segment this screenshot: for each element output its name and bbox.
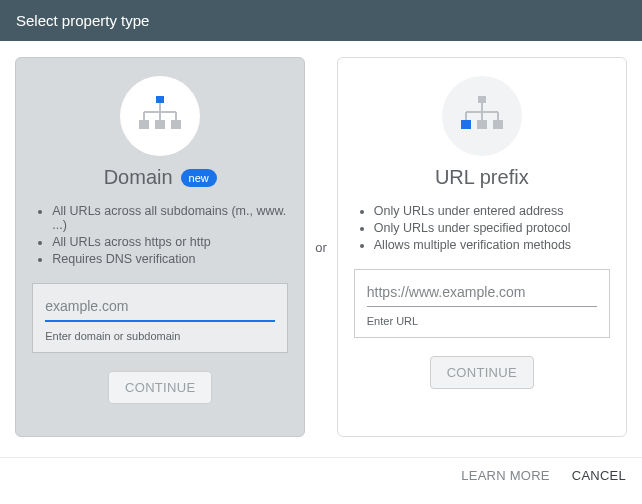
url-feature-list: Only URLs under entered address Only URL… — [354, 201, 610, 255]
url-prefix-card[interactable]: URL prefix Only URLs under entered addre… — [337, 57, 627, 437]
domain-input[interactable] — [45, 294, 275, 322]
sitemap-icon — [136, 94, 184, 138]
url-input[interactable] — [367, 280, 597, 307]
list-item: All URLs across https or http — [52, 235, 288, 249]
url-title-row: URL prefix — [435, 166, 529, 189]
svg-rect-8 — [171, 120, 181, 129]
url-title: URL prefix — [435, 166, 529, 189]
domain-input-helper: Enter domain or subdomain — [45, 330, 275, 342]
dialog-title: Select property type — [16, 12, 149, 29]
url-input-helper: Enter URL — [367, 315, 597, 327]
dialog-body: Domain new All URLs across all subdomain… — [0, 41, 642, 457]
dialog-footer: LEARN MORE CANCEL — [0, 457, 642, 493]
new-badge: new — [181, 169, 217, 187]
sitemap-icon — [458, 94, 506, 138]
domain-title: Domain — [104, 166, 173, 189]
list-item: Requires DNS verification — [52, 252, 288, 266]
svg-rect-15 — [461, 120, 471, 129]
dialog-header: Select property type — [0, 0, 642, 41]
or-separator: or — [313, 240, 329, 255]
learn-more-button[interactable]: LEARN MORE — [461, 468, 549, 483]
list-item: All URLs across all subdomains (m., www.… — [52, 204, 288, 232]
list-item: Allows multiple verification methods — [374, 238, 610, 252]
cancel-button[interactable]: CANCEL — [572, 468, 626, 483]
domain-continue-button[interactable]: CONTINUE — [108, 371, 212, 404]
list-item: Only URLs under entered address — [374, 204, 610, 218]
list-item: Only URLs under specified protocol — [374, 221, 610, 235]
domain-title-row: Domain new — [104, 166, 217, 189]
svg-rect-7 — [155, 120, 165, 129]
svg-rect-16 — [477, 120, 487, 129]
url-continue-button[interactable]: CONTINUE — [430, 356, 534, 389]
domain-card[interactable]: Domain new All URLs across all subdomain… — [15, 57, 305, 437]
domain-input-box: Enter domain or subdomain — [32, 283, 288, 353]
url-input-box: Enter URL — [354, 269, 610, 338]
svg-rect-17 — [493, 120, 503, 129]
domain-icon-circle — [120, 76, 200, 156]
svg-rect-0 — [156, 96, 164, 103]
url-icon-circle — [442, 76, 522, 156]
svg-rect-9 — [478, 96, 486, 103]
domain-feature-list: All URLs across all subdomains (m., www.… — [32, 201, 288, 269]
svg-rect-6 — [139, 120, 149, 129]
